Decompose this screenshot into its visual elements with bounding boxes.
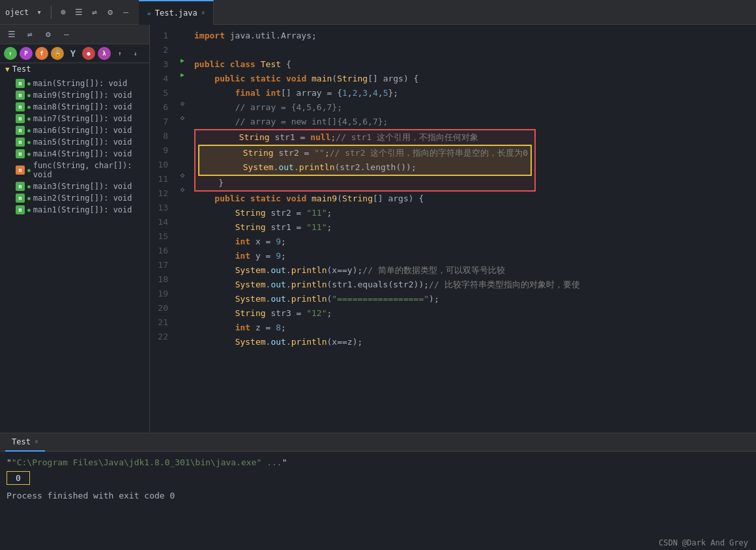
output-value: 0 [7,471,30,485]
gutter-22 [176,326,189,340]
method-badge-1: m [16,91,25,100]
method-badge-2: m [16,102,25,111]
method-item-main5[interactable]: m ● main5(String[]): void [0,136,149,148]
method-item-main[interactable]: m ● main(String[]): void [0,78,149,89]
dot-green-5: ● [27,139,31,145]
class-name-label: Test [12,65,31,74]
method-item-main9[interactable]: m ● main9(String[]): void [0,89,149,101]
method-name-8: main3(String[]): void [33,182,132,191]
java-file-icon: ☕ [147,8,151,17]
icon-branch[interactable]: Y [66,47,80,60]
method-name-9: main2(String[]): void [33,194,132,203]
gutter-17 [176,254,189,268]
bottom-tab-bar: Test × [0,433,756,452]
method-item-main7[interactable]: m ● main7(String[]): void [0,113,149,124]
class-expand-icon: ▼ [5,65,10,74]
icon-rec[interactable]: ● [82,47,95,60]
bottom-panel: Test × ""C:\Program Files\Java\jdk1.8.0_… [0,433,756,550]
dropdown-icon[interactable]: ▾ [33,6,46,19]
bottom-tab-test[interactable]: Test × [5,433,45,452]
dot-green-7: ● [27,167,31,173]
icon-lock[interactable]: 🔒 [51,47,64,60]
file-tab-test-java[interactable]: ☕ Test.java × [139,0,214,25]
gutter-18 [176,268,189,283]
gutter-3[interactable]: ▶ [176,53,189,68]
main-area: ☰ ⇌ ⚙ — ↑ P f 🔒 Y ● λ ↑ ↓ ▼ Test m ● mai… [0,25,756,433]
dot-green-1: ● [27,93,31,98]
dot-green-8: ● [27,184,31,190]
align-icon[interactable]: ☰ [72,6,85,19]
bottom-content: ""C:\Program Files\Java\jdk1.8.0_301\bin… [0,452,756,536]
dot-green-6: ● [27,151,31,157]
run-command-text: "C:\Program Files\Java\jdk1.8.0_301\bin\… [12,457,282,467]
dot-green-9: ● [27,195,31,201]
sidebar-align-icon[interactable]: ☰ [5,28,18,41]
method-name-10: main1(String[]): void [33,205,132,214]
bottom-tab-close[interactable]: × [35,438,38,445]
top-toolbar: oject ▾ ⊕ ☰ ⇌ ⚙ — ☕ Test.java × [0,0,756,25]
icon-f[interactable]: f [35,47,48,60]
dot-green-0: ● [27,81,31,87]
sidebar-split-icon[interactable]: ⇌ [23,28,36,41]
editor-area: 12345 678910 1112131415 1617181920 2122 … [150,25,756,433]
method-badge-10: m [16,205,25,214]
method-badge-3: m [16,114,25,123]
dot-green-2: ● [27,104,31,110]
gutter-6: ◇ [176,96,189,111]
gutter-4[interactable]: ▶ [176,68,189,82]
gutter-1 [176,25,189,39]
gutter-9 [176,139,189,154]
gutter-11: ◇ [176,168,189,182]
method-name-1: main9(String[]): void [33,91,132,100]
gutter-21 [176,311,189,326]
sidebar: ☰ ⇌ ⚙ — ↑ P f 🔒 Y ● λ ↑ ↓ ▼ Test m ● mai… [0,25,150,433]
dot-green-4: ● [27,128,31,134]
exit-message: Process finished with exit code 0 [7,489,749,503]
settings-icon[interactable]: ⚙ [104,6,117,19]
project-label: oject [5,8,29,17]
navigate-icon[interactable]: ⊕ [57,6,70,19]
tab-label: Test.java [155,8,197,18]
gutter-8 [176,125,189,139]
method-badge-7: m [16,166,25,175]
toolbar-separator [51,6,51,19]
gutter-14 [176,211,189,225]
sidebar-minimize-icon[interactable]: — [60,28,73,41]
method-name-5: main5(String[]): void [33,138,132,147]
split-icon[interactable]: ⇌ [88,6,101,19]
sidebar-toolbar: ☰ ⇌ ⚙ — [0,25,149,44]
icon-lambda[interactable]: λ [98,47,111,60]
method-item-main4[interactable]: m ● main4(String[]): void [0,148,149,160]
method-item-func[interactable]: m ● func(String, char[]): void [0,160,149,181]
tab-close-button[interactable]: × [201,9,205,16]
method-name-0: main(String[]): void [33,79,128,88]
method-name-7: func(String, char[]): void [33,161,144,179]
gutter-19 [176,283,189,297]
tab-bar: ☕ Test.java × [134,0,751,25]
gutter-2 [176,39,189,53]
sidebar-settings-icon[interactable]: ⚙ [42,28,55,41]
class-header[interactable]: ▼ Test [0,63,149,75]
icon-p[interactable]: P [20,47,33,60]
method-item-main1[interactable]: m ● main1(String[]): void [0,204,149,216]
method-item-main3[interactable]: m ● main3(String[]): void [0,181,149,192]
gutter-13 [176,197,189,211]
method-item-main8[interactable]: m ● main8(String[]): void [0,101,149,113]
editor-content[interactable]: 12345 678910 1112131415 1617181920 2122 … [150,25,756,433]
method-item-main2[interactable]: m ● main2(String[]): void [0,192,149,204]
method-name-4: main6(String[]): void [33,126,132,135]
method-badge-9: m [16,194,25,203]
minimize-icon[interactable]: — [119,6,132,19]
method-name-6: main4(String[]): void [33,149,132,158]
icon-m[interactable]: ↑ [4,47,17,60]
method-item-main6[interactable]: m ● main6(String[]): void [0,124,149,136]
method-badge-6: m [16,149,25,158]
code-editor[interactable]: import java.util.Arrays; public class Te… [189,25,756,433]
branding-label: CSDN @Dark And Grey [0,536,756,550]
icon-arr1[interactable]: ↑ [113,47,126,60]
icon-arr2[interactable]: ↓ [129,47,142,60]
gutter-16 [176,240,189,254]
method-name-2: main8(String[]): void [33,102,132,111]
gutter-7: ◇ [176,111,189,125]
gutter-15 [176,225,189,240]
